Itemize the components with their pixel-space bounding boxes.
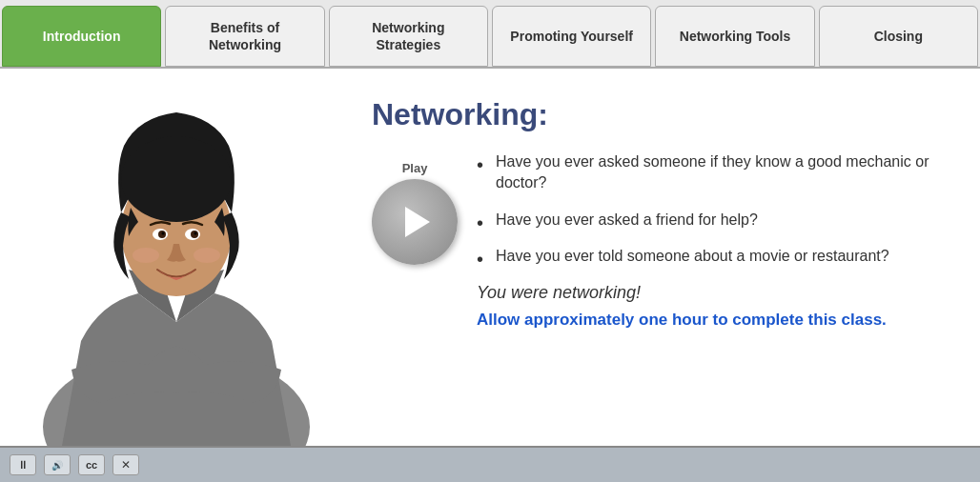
bullets-section: Have you ever asked someone if they know… (477, 151, 951, 330)
bullet-item-1: Have you ever asked someone if they know… (477, 151, 951, 194)
svg-point-12 (194, 248, 220, 263)
nav-tabs: Introduction Benefits ofNetworking Netwo… (0, 0, 980, 69)
play-label: Play (402, 161, 428, 175)
bullet-item-2: Have you ever asked a friend for help? (477, 210, 951, 231)
play-button-container: Play (372, 151, 458, 265)
content-row: Play Have you ever asked someone if they… (372, 151, 951, 330)
svg-point-9 (162, 232, 165, 235)
main-container: Introduction Benefits ofNetworking Netwo… (0, 0, 980, 482)
cc-label: cc (86, 459, 97, 471)
tab-introduction-label: Introduction (43, 28, 121, 45)
tab-strategies[interactable]: NetworkingStrategies (329, 6, 488, 67)
svg-point-4 (121, 136, 232, 222)
svg-point-10 (194, 232, 197, 235)
tab-closing-label: Closing (874, 28, 923, 45)
tab-introduction[interactable]: Introduction (2, 6, 161, 67)
pause-button[interactable]: ⏸ (10, 454, 36, 475)
networking-statement: You were networking! (477, 283, 951, 303)
control-bar: ⏸ 🔊 cc ✕ (0, 446, 980, 482)
bullet-text-3: Have you ever told someone about a movie… (496, 248, 889, 264)
tab-closing[interactable]: Closing (819, 6, 978, 67)
close-icon: ✕ (121, 458, 131, 472)
main-title: Networking: (372, 97, 951, 132)
tab-promoting-label: Promoting Yourself (510, 28, 633, 45)
person-section (0, 69, 353, 446)
tab-tools-label: Networking Tools (680, 28, 790, 45)
tab-promoting[interactable]: Promoting Yourself (492, 6, 651, 67)
content-area: Networking: Play Have you ever asked som… (0, 69, 980, 446)
volume-icon: 🔊 (51, 460, 63, 471)
tab-tools[interactable]: Networking Tools (655, 6, 814, 67)
class-notice: Allow approximately one hour to complete… (477, 311, 951, 330)
play-button[interactable] (372, 179, 458, 265)
close-button[interactable]: ✕ (112, 454, 139, 475)
tab-benefits-label: Benefits ofNetworking (209, 19, 281, 53)
text-section: Networking: Play Have you ever asked som… (353, 69, 980, 446)
volume-button[interactable]: 🔊 (44, 454, 71, 475)
svg-point-11 (133, 248, 159, 263)
bullet-list: Have you ever asked someone if they know… (477, 151, 951, 268)
bullet-text-2: Have you ever asked a friend for help? (496, 211, 758, 228)
person-image (24, 74, 329, 446)
cc-button[interactable]: cc (78, 454, 105, 475)
play-triangle-icon (405, 207, 430, 237)
bullet-item-3: Have you ever told someone about a movie… (477, 246, 951, 267)
pause-icon: ⏸ (17, 458, 29, 472)
tab-benefits[interactable]: Benefits ofNetworking (165, 6, 324, 67)
tab-strategies-label: NetworkingStrategies (372, 19, 444, 53)
bullet-text-1: Have you ever asked someone if they know… (496, 153, 929, 191)
